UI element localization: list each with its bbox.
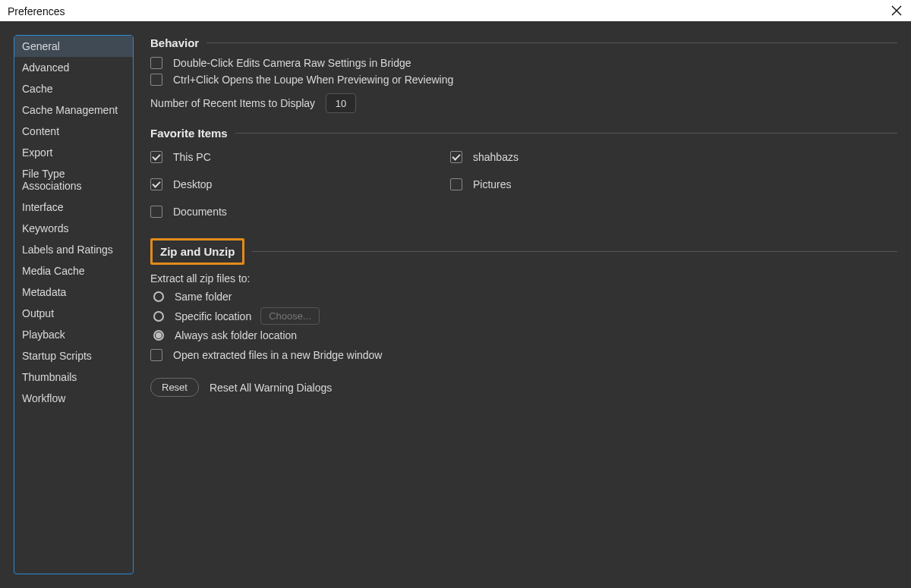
zip-block: Extract all zip files to: Same folder Sp… xyxy=(150,272,897,361)
checkbox-favorite-shahbazs[interactable] xyxy=(450,151,462,163)
divider xyxy=(206,42,897,43)
label-favorite-shahbazs: shahbazs xyxy=(473,151,519,163)
label-always-ask: Always ask folder location xyxy=(175,329,297,341)
label-doubleclick-raw: Double-Click Edits Camera Raw Settings i… xyxy=(173,57,411,69)
sidebar-item-media-cache[interactable]: Media Cache xyxy=(14,260,133,281)
checkbox-doubleclick-row: Double-Click Edits Camera Raw Settings i… xyxy=(150,57,897,69)
section-zip-title: Zip and Unzip xyxy=(150,238,244,265)
label-favorite-pictures: Pictures xyxy=(473,178,512,190)
checkbox-doubleclick-raw[interactable] xyxy=(150,57,162,69)
app-body: GeneralAdvancedCacheCache ManagementCont… xyxy=(0,21,911,588)
sidebar-item-file-type-associations[interactable]: File Type Associations xyxy=(14,163,133,197)
checkbox-ctrlclick-loupe[interactable] xyxy=(150,74,162,86)
label-favorite-this-pc: This PC xyxy=(173,151,211,163)
button-row: Reset Reset All Warning Dialogs xyxy=(150,378,897,397)
sidebar-item-cache[interactable]: Cache xyxy=(14,78,133,99)
checkbox-ctrlclick-row: Ctrl+Click Opens the Loupe When Previewi… xyxy=(150,74,897,86)
sidebar-item-general[interactable]: General xyxy=(14,36,133,57)
checkbox-favorite-this-pc[interactable] xyxy=(150,151,162,163)
checkbox-favorite-documents[interactable] xyxy=(150,206,162,218)
favorite-row-pictures: Pictures xyxy=(450,178,897,190)
label-recent-items: Number of Recent Items to Display xyxy=(150,97,315,109)
recent-items-row: Number of Recent Items to Display xyxy=(150,93,897,113)
zip-prompt: Extract all zip files to: xyxy=(150,272,897,285)
choose-button[interactable]: Choose... xyxy=(260,307,320,325)
sidebar-item-keywords[interactable]: Keywords xyxy=(14,218,133,239)
radio-always-row: Always ask folder location xyxy=(153,329,897,341)
content-area: Behavior Double-Click Edits Camera Raw S… xyxy=(134,35,897,574)
reset-button[interactable]: Reset xyxy=(150,378,199,397)
reset-all-warnings-button[interactable]: Reset All Warning Dialogs xyxy=(210,382,332,394)
label-same-folder: Same folder xyxy=(175,291,232,303)
checkbox-favorite-desktop[interactable] xyxy=(150,178,162,190)
close-icon xyxy=(891,5,902,16)
sidebar-item-labels-and-ratings[interactable]: Labels and Ratings xyxy=(14,239,133,260)
favorites-grid: This PCshahbazsDesktopPicturesDocuments xyxy=(150,147,897,222)
radio-specific-location[interactable] xyxy=(153,311,164,322)
sidebar-item-advanced[interactable]: Advanced xyxy=(14,57,133,78)
radio-always-ask[interactable] xyxy=(153,330,164,341)
section-favorites-head: Favorite Items xyxy=(150,127,897,140)
divider xyxy=(252,251,897,252)
label-open-new-window: Open extracted files in a new Bridge win… xyxy=(173,349,382,361)
section-zip-head: Zip and Unzip xyxy=(150,238,897,265)
sidebar-item-workflow[interactable]: Workflow xyxy=(14,388,133,409)
sidebar: GeneralAdvancedCacheCache ManagementCont… xyxy=(14,35,134,574)
sidebar-item-cache-management[interactable]: Cache Management xyxy=(14,99,133,121)
favorite-row-desktop: Desktop xyxy=(150,178,450,190)
label-favorite-documents: Documents xyxy=(173,206,227,218)
radio-same-folder[interactable] xyxy=(153,291,164,302)
divider xyxy=(235,133,897,134)
label-specific-location: Specific location xyxy=(175,310,251,322)
checkbox-open-new-window[interactable] xyxy=(150,349,162,361)
sidebar-item-export[interactable]: Export xyxy=(14,142,133,163)
sidebar-item-thumbnails[interactable]: Thumbnails xyxy=(14,366,133,388)
input-recent-items[interactable] xyxy=(326,93,356,113)
checkbox-open-new-window-row: Open extracted files in a new Bridge win… xyxy=(150,349,897,361)
section-favorites-title: Favorite Items xyxy=(150,127,228,140)
titlebar: Preferences xyxy=(0,0,911,21)
radio-specific-row: Specific location Choose... xyxy=(153,307,897,325)
sidebar-item-interface[interactable]: Interface xyxy=(14,197,133,218)
window-title: Preferences xyxy=(8,4,65,17)
label-favorite-desktop: Desktop xyxy=(173,178,212,190)
sidebar-item-output[interactable]: Output xyxy=(14,303,133,324)
sidebar-item-startup-scripts[interactable]: Startup Scripts xyxy=(14,345,133,366)
favorite-row-documents: Documents xyxy=(150,206,450,218)
favorite-row-this-pc: This PC xyxy=(150,151,450,163)
sidebar-item-content[interactable]: Content xyxy=(14,121,133,142)
radio-same-row: Same folder xyxy=(153,291,897,303)
section-behavior-title: Behavior xyxy=(150,36,199,49)
section-behavior-head: Behavior xyxy=(150,36,897,49)
checkbox-favorite-pictures[interactable] xyxy=(450,178,462,190)
label-ctrlclick-loupe: Ctrl+Click Opens the Loupe When Previewi… xyxy=(173,74,453,86)
favorite-row-shahbazs: shahbazs xyxy=(450,151,897,163)
sidebar-item-playback[interactable]: Playback xyxy=(14,324,133,345)
close-button[interactable] xyxy=(888,2,905,19)
sidebar-item-metadata[interactable]: Metadata xyxy=(14,281,133,303)
